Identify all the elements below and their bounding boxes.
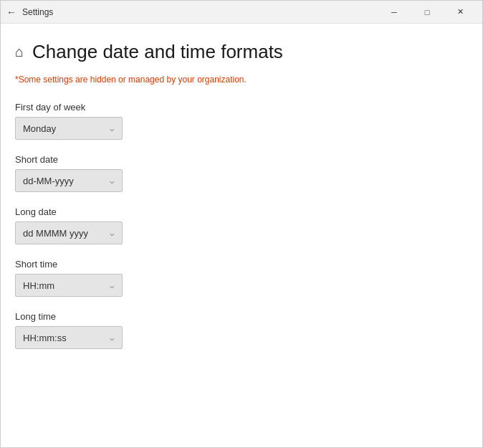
label-first-day: First day of week bbox=[15, 102, 468, 113]
dropdown-arrow-first-day: ⌵ bbox=[110, 124, 115, 133]
setting-group-short-date: Short datedd-MM-yyyy⌵ bbox=[15, 154, 468, 192]
title-bar: ← Settings ─ □ ✕ bbox=[1, 1, 482, 24]
dropdown-text-short-time: HH:mm bbox=[23, 280, 54, 291]
dropdown-long-date[interactable]: dd MMMM yyyy⌵ bbox=[15, 221, 123, 244]
maximize-button[interactable]: □ bbox=[411, 1, 444, 24]
dropdown-arrow-long-date: ⌵ bbox=[110, 229, 115, 238]
title-bar-controls: ─ □ ✕ bbox=[378, 1, 477, 24]
back-icon[interactable]: ← bbox=[6, 7, 16, 17]
org-notice: *Some settings are hidden or managed by … bbox=[15, 75, 468, 85]
dropdown-text-first-day: Monday bbox=[23, 123, 56, 134]
setting-group-long-date: Long datedd MMMM yyyy⌵ bbox=[15, 206, 468, 244]
page-title: Change date and time formats bbox=[32, 41, 283, 63]
dropdown-text-short-date: dd-MM-yyyy bbox=[23, 176, 74, 186]
dropdown-long-time[interactable]: HH:mm:ss⌵ bbox=[15, 326, 123, 349]
close-button[interactable]: ✕ bbox=[444, 1, 477, 24]
label-short-date: Short date bbox=[15, 154, 468, 165]
title-bar-left: ← Settings bbox=[6, 7, 378, 17]
minimize-button[interactable]: ─ bbox=[378, 1, 411, 24]
title-bar-title: Settings bbox=[22, 7, 53, 17]
setting-group-long-time: Long timeHH:mm:ss⌵ bbox=[15, 311, 468, 349]
dropdown-arrow-long-time: ⌵ bbox=[110, 333, 115, 343]
page-header: ⌂ Change date and time formats bbox=[15, 41, 468, 63]
settings-window: ← Settings ─ □ ✕ ⌂ Change date and time … bbox=[0, 0, 483, 448]
main-content: ⌂ Change date and time formats *Some set… bbox=[1, 24, 482, 447]
setting-group-first-day: First day of weekMonday⌵ bbox=[15, 102, 468, 140]
label-short-time: Short time bbox=[15, 259, 468, 270]
dropdown-short-date[interactable]: dd-MM-yyyy⌵ bbox=[15, 169, 123, 192]
settings-container: First day of weekMonday⌵Short datedd-MM-… bbox=[15, 102, 468, 349]
label-long-date: Long date bbox=[15, 206, 468, 217]
dropdown-first-day[interactable]: Monday⌵ bbox=[15, 117, 123, 140]
dropdown-text-long-time: HH:mm:ss bbox=[23, 333, 67, 343]
dropdown-arrow-short-time: ⌵ bbox=[110, 281, 115, 290]
home-icon: ⌂ bbox=[15, 44, 24, 60]
setting-group-short-time: Short timeHH:mm⌵ bbox=[15, 259, 468, 297]
label-long-time: Long time bbox=[15, 311, 468, 322]
dropdown-text-long-date: dd MMMM yyyy bbox=[23, 228, 88, 239]
dropdown-arrow-short-date: ⌵ bbox=[110, 176, 115, 186]
dropdown-short-time[interactable]: HH:mm⌵ bbox=[15, 274, 123, 297]
